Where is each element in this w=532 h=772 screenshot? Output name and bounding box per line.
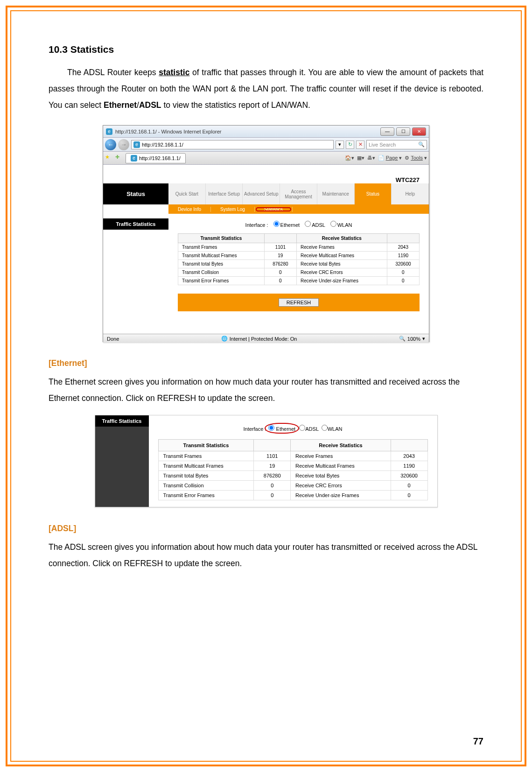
page-inner-border: 10.3 Statistics The ADSL Router keeps st… — [10, 10, 522, 762]
url-input[interactable]: e http://192.168.1.1/ — [131, 140, 334, 149]
c-tx4v: 0 — [254, 481, 291, 491]
crop-adsl-radio[interactable] — [299, 425, 305, 431]
nav-status-tab[interactable]: Status — [355, 183, 392, 204]
refresh-addr-button[interactable]: ↻ — [346, 140, 354, 149]
feeds-icon[interactable]: ▦▾ — [357, 155, 364, 161]
cell-rx3: Receive total Bytes — [297, 260, 387, 268]
crop-interface-selector: Interface : Ethernet ADSL WLAN — [158, 425, 428, 432]
window-titlebar[interactable]: e http://192.168.1.1/ - Windows Internet… — [103, 126, 429, 138]
c-tx4: Transmit Collision — [158, 481, 254, 491]
dropdown-button[interactable]: ▾ — [336, 140, 344, 149]
crop-interface-label: Interface : — [244, 426, 266, 432]
add-favorite-icon[interactable]: ✚ — [115, 154, 124, 162]
c-tx2v: 19 — [254, 461, 291, 471]
minimize-button[interactable]: — — [380, 127, 394, 136]
cell-tx4: Transmit Collision — [178, 268, 265, 277]
intro-paragraph: The ADSL Router keeps statistic of traff… — [49, 64, 483, 113]
c-rx2: Receive Multicast Frames — [291, 461, 391, 471]
th-transmit: Transmit Statistics — [178, 234, 265, 243]
adsl-label: ADSL — [312, 222, 325, 228]
status-mode: Internet | Protected Mode: On — [230, 336, 297, 342]
crop-ethernet-radio[interactable] — [268, 425, 274, 431]
subnav-statistics[interactable]: Statistics — [255, 207, 293, 212]
close-button[interactable]: ✕ — [412, 127, 426, 136]
back-button[interactable]: ← — [105, 139, 116, 150]
stop-button[interactable]: ✕ — [356, 140, 364, 149]
adsl-radio[interactable] — [305, 221, 311, 227]
router-sidebar: Traffic Statistics — [103, 214, 168, 334]
refresh-bar: REFRESH — [178, 294, 420, 311]
nav-interface-setup[interactable]: Interface Setup — [206, 183, 243, 204]
ethernet-stats-screenshot: Traffic Statistics Interface : Ethernet … — [95, 415, 438, 507]
router-model-label: WTC227 — [103, 165, 429, 183]
ie-page-icon: e — [133, 141, 140, 148]
crop-sidebar: Traffic Statistics — [95, 415, 149, 507]
c-tx2: Transmit Multicast Frames — [158, 461, 254, 471]
tab-bar: ★ ✚ e http://192.168.1.1/ 🏠▾ ▦▾ 🖶▾ 📄 Pag… — [103, 152, 429, 165]
zoom-dropdown-icon[interactable]: ▾ — [422, 336, 425, 342]
search-icon[interactable]: 🔍 — [418, 141, 425, 147]
th-receive: Receive Statistics — [297, 234, 387, 243]
c-tx1: Transmit Frames — [158, 451, 254, 461]
search-input[interactable]: Live Search 🔍 — [366, 140, 427, 149]
nav-access-management[interactable]: Access Management — [280, 183, 317, 204]
browser-tab[interactable]: e http://192.168.1.1/ — [126, 153, 186, 163]
cell-tx1: Transmit Frames — [178, 243, 265, 252]
ethernet-radio[interactable] — [273, 221, 280, 227]
address-bar: ← → e http://192.168.1.1/ ▾ ↻ ✕ Live Sea… — [103, 138, 429, 152]
cell-tx5v: 0 — [264, 277, 296, 285]
adsl-heading: [ADSL] — [49, 524, 483, 533]
forward-button[interactable]: → — [118, 139, 129, 150]
crop-adsl-label: ADSL — [305, 426, 318, 432]
subnav-system-log[interactable]: System Log — [211, 207, 255, 212]
crop-body: Interface : Ethernet ADSL WLAN Transmit … — [149, 415, 437, 507]
status-done: Done — [107, 336, 119, 342]
maximize-button[interactable]: ☐ — [396, 127, 410, 136]
print-icon[interactable]: 🖶▾ — [367, 155, 375, 161]
wlan-radio[interactable] — [330, 221, 336, 227]
ie-icon: e — [106, 128, 112, 135]
nav-advanced-setup[interactable]: Advanced Setup — [243, 183, 280, 204]
cell-rx5v: 0 — [387, 277, 419, 285]
nav-help[interactable]: Help — [392, 183, 429, 204]
cell-rx3v: 320600 — [387, 260, 419, 268]
ethernet-highlight: Ethernet — [267, 425, 296, 432]
interface-selector: Interface : Ethernet ADSL WLAN — [178, 221, 420, 228]
c-rx2v: 1190 — [391, 461, 427, 471]
page-menu[interactable]: 📄 Page ▾ — [378, 155, 402, 161]
nav-quick-start[interactable]: Quick Start — [168, 183, 206, 204]
zoom-icon[interactable]: 🔍 — [399, 336, 406, 342]
intro-adsl-bold: ADSL — [139, 100, 161, 110]
sidebar-traffic-heading: Traffic Statistics — [103, 218, 168, 230]
crop-ethernet-label: Ethernet — [276, 426, 296, 432]
statistics-table: Transmit Statistics Receive Statistics T… — [178, 233, 420, 285]
tab-title: http://192.168.1.1/ — [139, 155, 181, 161]
cell-tx1v: 1101 — [264, 243, 296, 252]
cell-tx2v: 19 — [264, 252, 296, 260]
search-placeholder: Live Search — [369, 142, 396, 147]
browser-statusbar: Done 🌐 Internet | Protected Mode: On 🔍 1… — [103, 334, 429, 343]
tools-menu[interactable]: ⚙ Tools ▾ — [405, 155, 427, 161]
crop-sidebar-heading: Traffic Statistics — [95, 415, 149, 427]
home-icon[interactable]: 🏠▾ — [345, 155, 354, 161]
refresh-button[interactable]: REFRESH — [279, 298, 319, 307]
ethernet-heading: [Ethernet] — [49, 358, 483, 368]
cell-tx2: Transmit Multicast Frames — [178, 252, 265, 260]
url-text: http://192.168.1.1/ — [142, 142, 183, 147]
cell-rx1v: 2043 — [387, 243, 419, 252]
router-page: WTC227 Status Quick Start Interface Setu… — [103, 165, 429, 334]
favorites-star-icon[interactable]: ★ — [105, 154, 113, 162]
section-title: 10.3 Statistics — [49, 44, 483, 55]
intro-text-c: to view the statistics report of LAN/WAN… — [161, 100, 310, 110]
crop-wlan-radio[interactable] — [322, 425, 328, 431]
ethernet-text: The Ethernet screen gives you informatio… — [49, 374, 483, 407]
c-rx5v: 0 — [391, 491, 427, 500]
nav-maintenance[interactable]: Maintenance — [317, 183, 355, 204]
cell-tx4v: 0 — [264, 268, 296, 277]
subnav-device-info[interactable]: Device Info — [168, 207, 211, 212]
cell-rx2v: 1190 — [387, 252, 419, 260]
c-tx5: Transmit Error Frames — [158, 491, 254, 500]
crop-th-transmit: Transmit Statistics — [158, 440, 254, 451]
cell-rx4: Receive CRC Errors — [297, 268, 387, 277]
zoom-value[interactable]: 100% — [407, 336, 420, 342]
